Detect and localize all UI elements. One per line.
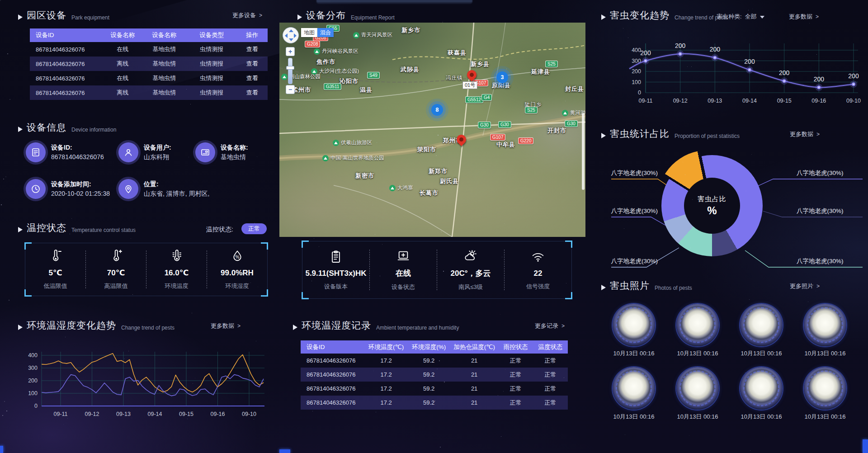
map-city-label: 延津县 — [531, 68, 550, 76]
star — [380, 276, 380, 276]
view-link[interactable]: 查看 — [237, 71, 268, 85]
dashboard: 园区设备 Park equipment 更多设备 > 设备ID设备名称设备名称设… — [0, 0, 868, 453]
pie-callout-label: 八字地老虎(30%) — [604, 169, 658, 177]
map-zoom-handle[interactable] — [286, 66, 294, 70]
map-zoom-out-button[interactable]: − — [286, 85, 295, 94]
scenic-icon — [353, 32, 359, 38]
server-icon — [26, 142, 46, 162]
star — [187, 419, 188, 419]
table-cell: 离线 — [104, 57, 142, 71]
map-layer-button-map[interactable]: 地图 — [301, 28, 317, 37]
view-link[interactable]: 查看 — [237, 85, 268, 100]
svg-text:200: 200 — [814, 76, 825, 83]
pest-photo-image[interactable] — [613, 304, 655, 346]
star — [312, 411, 313, 411]
triangle-icon — [601, 133, 606, 138]
map-city-label: 新乡县 — [471, 60, 490, 68]
pest-photo-image[interactable] — [740, 304, 783, 346]
star — [250, 49, 250, 50]
map-zoom-track[interactable] — [288, 58, 292, 84]
map-city-label: 新密市 — [355, 172, 374, 180]
pest-type-filter[interactable]: 害虫种类: 全部 — [717, 13, 764, 21]
star — [685, 175, 685, 175]
star — [752, 9, 753, 9]
more-devices-link[interactable]: 更多设备 > — [232, 11, 262, 19]
more-data-link-pest[interactable]: 更多数据 > — [789, 13, 819, 21]
more-data-link-pie[interactable]: 更多数据 > — [790, 130, 820, 138]
device-stats-box: 5.9.11(SHT3x)HK 设备版本 在线 设备状态 20C°，多云 南风≤… — [302, 241, 572, 299]
device-cluster-marker[interactable]: 8 — [431, 104, 443, 116]
pest-photo-image[interactable] — [740, 367, 783, 410]
pest-photo-image[interactable] — [676, 304, 719, 346]
map-scrollbar[interactable] — [582, 113, 585, 190]
view-link[interactable]: 查看 — [237, 57, 268, 71]
table-cell: 虫情测报 — [187, 71, 236, 85]
svg-text:09-11: 09-11 — [53, 411, 67, 417]
view-link[interactable]: 查看 — [237, 42, 268, 57]
pest-photo-image[interactable] — [804, 304, 846, 346]
pest-photo-image[interactable] — [804, 367, 846, 410]
more-records-link[interactable]: 更多记录 > — [535, 322, 565, 330]
pest-photo-image[interactable] — [676, 367, 719, 410]
chevron-right-icon: > — [259, 12, 262, 19]
svg-text:09-14: 09-14 — [148, 411, 162, 417]
thermometer-minus-icon — [25, 249, 85, 265]
device-info-item: 设备用户: 山东科翔 — [118, 142, 171, 162]
map-town-label: 冯庄镇 — [446, 75, 463, 81]
clipped-top-banner — [316, 0, 472, 4]
star — [129, 65, 130, 66]
pest-photo[interactable]: 10月13日 00:16 — [739, 304, 784, 358]
stat-value: 5.9.11(SHT3x)HK — [302, 269, 369, 278]
more-photos-link[interactable]: 更多照片 > — [790, 282, 820, 290]
pest-photo-image[interactable] — [613, 367, 655, 410]
map-city-label: 中牟县 — [496, 141, 515, 149]
road-number-tag: G220 — [518, 137, 533, 144]
map-pan-control[interactable] — [283, 27, 299, 43]
pest-photo[interactable]: 10月13日 00:16 — [802, 367, 848, 421]
device-cluster-marker[interactable]: 3 — [496, 71, 508, 83]
triangle-icon — [293, 325, 297, 330]
svg-text:0: 0 — [638, 90, 641, 96]
pest-photo[interactable]: 10月13日 00:16 — [802, 304, 848, 358]
star — [62, 178, 62, 178]
star — [258, 287, 258, 287]
photo-timestamp: 10月13日 00:16 — [802, 413, 848, 421]
column-header: 设备ID — [30, 28, 104, 42]
photo-timestamp: 10月13日 00:16 — [675, 349, 720, 358]
pest-donut-center: 害虫占比 % — [684, 178, 740, 234]
map-scenic-label: 大鸿寨 — [389, 184, 413, 191]
decorative-strip — [863, 439, 868, 453]
more-data-link-env[interactable]: 更多数据 > — [211, 322, 241, 330]
star — [193, 151, 194, 152]
svg-text:100: 100 — [28, 390, 38, 396]
table-cell: 虫情测报 — [187, 57, 236, 71]
star — [190, 104, 191, 104]
chevron-down-icon — [760, 16, 764, 19]
map-zoom-in-button[interactable]: + — [286, 47, 295, 56]
temp-stats-box: 5℃ 低温限值 70℃ 高温限值 16.0℃ 环境温度% 99.0%RH 环境湿… — [25, 243, 268, 296]
triangle-icon — [601, 14, 606, 20]
column-header: 环境温度(℃) — [365, 340, 408, 354]
road-number-tag: G30 — [565, 120, 578, 127]
map-layer-button-hybrid[interactable]: 混合 — [317, 28, 334, 37]
map-city-label: 封丘县 — [565, 85, 584, 93]
map-city-label: 焦作市 — [316, 58, 335, 66]
table-cell: 867814046326076 — [30, 57, 104, 71]
photo-timestamp: 10月13日 00:16 — [802, 349, 848, 358]
scenic-icon — [333, 140, 339, 146]
pest-photo[interactable]: 10月13日 00:16 — [675, 367, 720, 421]
stat-label: 高温限值 — [86, 282, 146, 290]
star — [192, 313, 192, 313]
equipment-map[interactable]: 焦作市新乡市沁阳市孟州市温县武陟县获嘉县新乡县延津县封丘县原阳县开封市郑州市荥阳… — [279, 23, 585, 237]
star — [378, 332, 378, 332]
pest-photo[interactable]: 10月13日 00:16 — [611, 304, 656, 358]
pest-photo[interactable]: 10月13日 00:16 — [675, 304, 720, 358]
table-cell: 正常 — [498, 354, 533, 368]
pest-photo[interactable]: 10月13日 00:16 — [739, 367, 784, 421]
pest-photo[interactable]: 10月13日 00:16 — [611, 367, 656, 421]
star — [443, 271, 444, 272]
photo-timestamp: 10月13日 00:16 — [739, 349, 784, 358]
pie-callout-label: 八字地老虎(30%) — [604, 207, 658, 215]
user-icon — [118, 142, 138, 162]
star — [621, 407, 621, 408]
